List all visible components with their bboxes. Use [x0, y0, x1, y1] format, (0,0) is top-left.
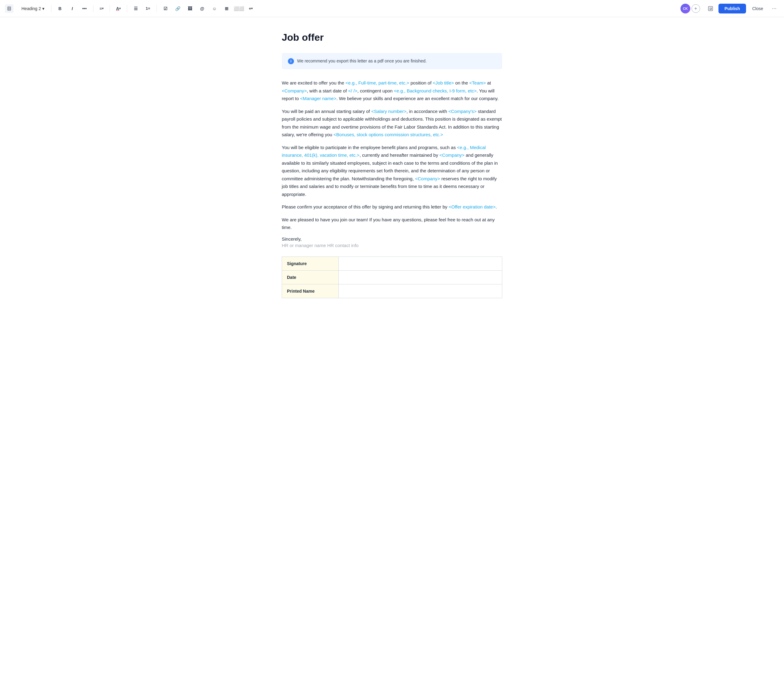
task-list-button[interactable]: ☑: [160, 4, 170, 14]
insert-button[interactable]: + ▾: [246, 4, 255, 14]
paragraph-3: You will be eligible to participate in t…: [282, 144, 502, 199]
content-area: Job offer i We recommend you export this…: [270, 17, 514, 323]
info-box: i We recommend you export this letter as…: [282, 53, 502, 69]
columns-button[interactable]: ⬜⬜: [234, 4, 244, 14]
divider-5: [157, 5, 157, 12]
sincerely-text: Sincerely,: [282, 236, 502, 241]
paragraph-2: You will be paid an annual starting sala…: [282, 108, 502, 139]
table-value-cell[interactable]: [339, 284, 502, 298]
table-button[interactable]: ⊞: [222, 4, 232, 14]
italic-button[interactable]: I: [67, 4, 77, 14]
info-text: We recommend you export this letter as a…: [297, 58, 426, 64]
page-title[interactable]: Job offer: [282, 32, 502, 43]
table-label-cell: Signature: [282, 257, 339, 270]
link-button[interactable]: 🔗: [173, 4, 182, 14]
info-icon: i: [288, 58, 294, 64]
paragraph-1: We are excited to offer you the <e.g., F…: [282, 79, 502, 103]
paragraph-4: Please confirm your acceptance of this o…: [282, 203, 502, 211]
ordered-list-button[interactable]: 1≡: [143, 4, 153, 14]
table-label-cell: Printed Name: [282, 284, 339, 298]
emoji-button[interactable]: ☺: [210, 4, 219, 14]
font-color-button[interactable]: A ▾: [114, 4, 123, 14]
table-label-cell: Date: [282, 270, 339, 284]
image-button[interactable]: 🖼: [185, 4, 195, 14]
divider-4: [127, 5, 127, 12]
signature-hint: HR or manager name HR contact info: [282, 243, 502, 248]
paragraph-5: We are pleased to have you join our team…: [282, 216, 502, 232]
signature-table: SignatureDatePrinted Name: [282, 257, 502, 298]
divider-3: [110, 5, 110, 12]
add-collaborator-button[interactable]: +: [691, 4, 700, 13]
table-row: Signature: [282, 257, 502, 270]
heading-selector[interactable]: Heading 2 ▾: [18, 5, 47, 12]
close-button[interactable]: Close: [748, 4, 767, 14]
table-row: Date: [282, 270, 502, 284]
toolbar: Heading 2 ▾ B I ••• ≡ ▾ A ▾ ☰ 1≡ ☑ 🔗: [0, 0, 784, 17]
bold-button[interactable]: B: [55, 4, 65, 14]
publish-button[interactable]: Publish: [718, 4, 746, 14]
alignment-button[interactable]: ≡ ▾: [97, 4, 106, 14]
more-formats-button[interactable]: •••: [80, 4, 89, 14]
table-value-cell[interactable]: [339, 257, 502, 270]
mention-button[interactable]: @: [197, 4, 207, 14]
more-options-button[interactable]: ···: [769, 4, 779, 14]
history-button[interactable]: [705, 3, 716, 14]
divider-1: [51, 5, 52, 12]
app-logo[interactable]: [5, 4, 14, 13]
table-row: Printed Name: [282, 284, 502, 298]
user-avatar[interactable]: CK: [681, 4, 690, 14]
table-value-cell[interactable]: [339, 270, 502, 284]
unordered-list-button[interactable]: ☰: [131, 4, 141, 14]
